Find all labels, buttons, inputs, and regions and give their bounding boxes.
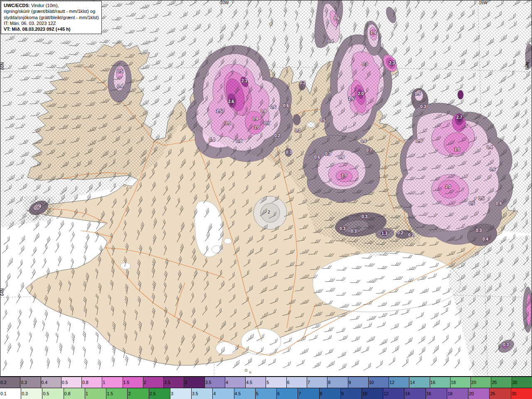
contour-value-label: 0.3 — [286, 150, 292, 155]
contour-value-label: 0.4 — [117, 84, 123, 89]
rain-scale-value: 16 — [426, 391, 431, 396]
snow-scale-segment: 10 — [369, 377, 389, 388]
snow-scale-value: 18 — [451, 380, 456, 385]
contour-value-label: 2.3 — [389, 61, 395, 65]
model-name: UWC/ECDS — [4, 3, 29, 8]
rain-scale-segment: 8 — [320, 388, 341, 399]
contour-value-label: 0.3 — [476, 228, 482, 233]
valid-time: VT: Mið. 08.03.2023 09Z (+45 h) — [4, 26, 99, 32]
snow-scale-value: 1 — [103, 380, 105, 385]
snow-scale-value: 3 — [185, 380, 187, 385]
rain-scale-value: 1.5 — [107, 391, 113, 396]
contour-value-label: 2.6 — [228, 99, 234, 104]
snow-scale-value: 5 — [266, 380, 269, 385]
snow-scale-segment: 3.5 — [205, 377, 225, 388]
rain-scale-value: 30 — [512, 391, 517, 396]
snow-scale-value: 2 — [144, 380, 146, 385]
rain-scale-bar: 0.10.30.50.811.522.533.544.5567891012141… — [0, 388, 532, 399]
contour-value-label: 0.6 — [334, 16, 340, 21]
rain-scale-segment: 16 — [426, 388, 447, 399]
snow-scale-segment: 8 — [328, 377, 348, 388]
rain-scale-segment: 25 — [490, 388, 511, 399]
snow-scale-segment: 0.2 — [0, 377, 20, 388]
contour-value-label: 0.6 — [490, 167, 495, 172]
weather-map-page: 0.60.41.42.30.30.50.42.10.22.01.52.60.50… — [0, 0, 532, 399]
snow-scale-segment: 20 — [471, 377, 491, 388]
rain-scale-value: 5 — [256, 391, 259, 396]
contour-value-label: 0.2 — [300, 81, 305, 85]
weather-map: 0.60.41.42.30.30.50.42.10.22.01.52.60.50… — [0, 0, 532, 377]
snow-scale-value: 0.5 — [62, 380, 68, 385]
rain-scale-segment: 5 — [256, 388, 277, 399]
snow-scale-value: 20 — [471, 380, 476, 385]
rain-scale-value: 10 — [362, 391, 367, 396]
contour-value-label: 0.6 — [361, 139, 367, 143]
contour-value-label: 0.3 — [351, 229, 357, 234]
snow-scale-segment: 9 — [348, 377, 369, 388]
snow-scale-bar: 0.20.30.40.50.811.522.533.544.5567891012… — [0, 377, 532, 388]
contour-value-label: 2.0 — [358, 91, 364, 96]
rain-scale-value: 4.5 — [235, 391, 241, 396]
contour-value-label: 0.8 — [338, 155, 344, 160]
snow-scale-value: 2.5 — [164, 380, 170, 385]
rain-scale-value: 6 — [277, 391, 280, 396]
contour-value-label: 1.0 — [454, 147, 460, 152]
contour-value-label: 1.0 — [254, 125, 260, 130]
rain-scale-segment: 0.5 — [42, 388, 64, 399]
rain-scale-segment: 6 — [277, 388, 298, 399]
snow-scale-segment: 16 — [430, 377, 451, 388]
rain-scale-segment: 2.5 — [149, 388, 170, 399]
title-box: UWC/ECDS: Vindur (10m), rigning/skúrir (… — [1, 1, 102, 34]
contour-value-label: 1.0 — [445, 185, 451, 189]
snow-scale-segment: 1 — [102, 377, 123, 388]
contour-value-label: 0.3 — [295, 128, 300, 133]
snow-scale-value: 0.4 — [42, 380, 48, 385]
contour-value-label: 1.3 — [382, 231, 387, 236]
contour-value-label: 0.3 — [340, 227, 345, 231]
contour-value-label: 0.7 — [366, 148, 372, 153]
rain-scale-value: 18 — [448, 391, 453, 396]
contour-value-label: 0.2 — [408, 233, 414, 237]
snow-scale-value: 7 — [308, 380, 310, 385]
rain-scale-value: 3 — [171, 391, 173, 396]
contour-value-label: 1.5 — [216, 109, 222, 113]
snow-scale-value: 4.5 — [246, 380, 252, 385]
graticule-label: 66N — [0, 62, 5, 70]
rain-scale-segment: 9 — [341, 388, 362, 399]
contour-value-label: 0.4 — [487, 145, 493, 150]
rain-scale-segment: 30 — [511, 388, 532, 399]
contour-value-label: 0.9 — [252, 117, 258, 121]
rain-scale-segment: 3.5 — [192, 388, 213, 399]
hofsjokull-rings — [254, 196, 287, 229]
title-line-2: rigning/skúrir (grænt/blátt/rautt - mm/1… — [4, 8, 99, 14]
contour-value-label: 0.7 — [264, 121, 270, 126]
snow-scale-value: 16 — [431, 380, 436, 385]
contour-value-label: 0.2 — [274, 133, 280, 138]
contour-value-label: 0.6 — [283, 103, 289, 108]
snow-scale-segment: 25 — [491, 377, 512, 388]
contour-value-label: 0.5 — [469, 201, 475, 206]
snow-scale-value: 8 — [328, 380, 330, 385]
snow-scale-segment: 18 — [451, 377, 471, 388]
snow-scale-value: 14 — [410, 380, 415, 385]
contour-value-label: 0.2 — [397, 231, 403, 235]
snow-scale-segment: 14 — [409, 377, 430, 388]
snow-scale-segment: 2.5 — [164, 377, 184, 388]
graticule-label: 15W — [479, 0, 488, 5]
title-line-1: UWC/ECDS: Vindur (10m), — [4, 2, 99, 8]
snow-scale-value: 30 — [512, 380, 517, 385]
contour-value-label: 2.7 — [456, 115, 462, 120]
rain-scale-segment: 0.1 — [0, 388, 21, 399]
legend: 0.20.30.40.50.811.522.533.544.5567891012… — [0, 377, 532, 399]
contour-value-label: 0.4 — [328, 39, 333, 44]
contour-value-label: 0.6 — [314, 155, 320, 160]
rain-scale-segment: 20 — [468, 388, 490, 399]
snow-scale-value: 0.2 — [0, 380, 7, 385]
rain-scale-segment: 12 — [383, 388, 404, 399]
contour-value-label: 2.1 — [241, 79, 247, 83]
rain-scale-value: 0.5 — [43, 391, 49, 396]
graticule-label: 64N — [0, 288, 5, 296]
rain-scale-value: 0.3 — [22, 391, 28, 396]
rain-scale-value: 3.5 — [192, 391, 198, 396]
snow-scale-segment: 30 — [512, 377, 532, 388]
